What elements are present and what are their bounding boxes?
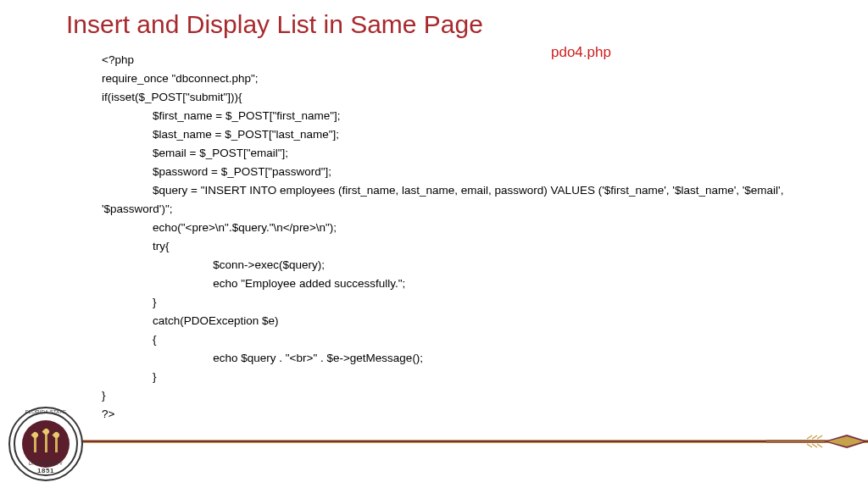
- seal-top-text: FLORIDA STATE: [8, 409, 83, 414]
- fsu-seal-logo: FLORIDA STATE UNIVERSITY 1851: [8, 407, 83, 481]
- slide-title: Insert and Display List in Same Page: [66, 10, 483, 39]
- seal-year: 1851: [8, 467, 83, 474]
- seal-bottom-text: UNIVERSITY: [8, 461, 83, 466]
- divider-line: [66, 440, 868, 443]
- code-block: <?php require_once "dbconnect.php"; if(i…: [102, 51, 797, 424]
- spear-icon: [766, 427, 868, 456]
